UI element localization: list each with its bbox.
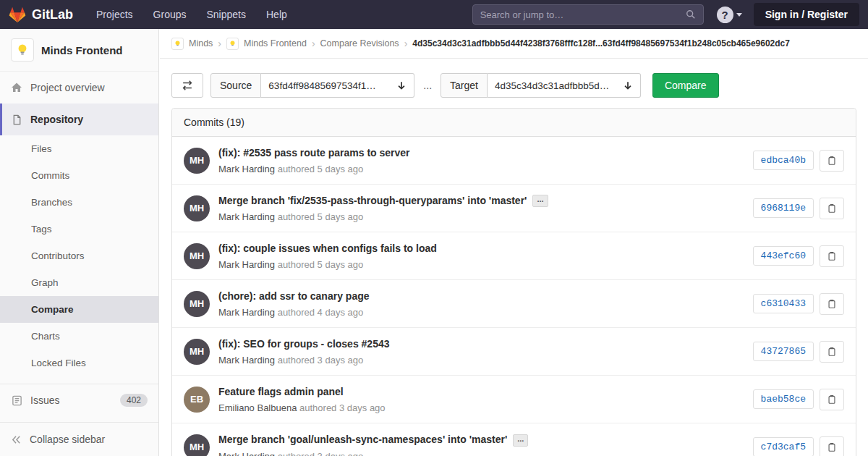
arrow-down-icon	[623, 80, 633, 90]
commit-title-link[interactable]: (chore): add ssr to canary page	[218, 290, 370, 302]
breadcrumb-separator: ›	[218, 38, 221, 49]
copy-sha-button[interactable]	[820, 150, 844, 172]
swap-revisions-button[interactable]	[171, 73, 203, 98]
commit-title-link[interactable]: (fix): couple issues when configs fails …	[218, 242, 437, 254]
commit-actions: 6968119e	[753, 198, 844, 219]
author-avatar[interactable]: EB	[184, 387, 210, 413]
sidebar-item-repository[interactable]: Repository	[0, 104, 158, 135]
commit-author-link[interactable]: Emiliano Balbuena	[218, 402, 297, 413]
source-label: Source	[210, 73, 261, 98]
author-avatar[interactable]: MH	[184, 291, 210, 317]
breadcrumb-link-compare-revisions[interactable]: Compare Revisions	[320, 38, 399, 48]
breadcrumb: Minds › Minds Frontend › Compare Revisio…	[160, 29, 868, 59]
clipboard-icon	[827, 203, 837, 214]
compare-button[interactable]: Compare	[652, 73, 719, 98]
author-avatar[interactable]: MH	[184, 243, 210, 269]
project-crumb-avatar	[226, 38, 239, 50]
commit-sha-link[interactable]: c7d3caf5	[753, 437, 814, 456]
commit-title-link[interactable]: (fix): #2535 pass route params to server	[218, 147, 410, 159]
commit-author-link[interactable]: Mark Harding	[218, 451, 275, 456]
sidebar-item-compare[interactable]: Compare	[0, 296, 158, 323]
nav-item-snippets[interactable]: Snippets	[197, 0, 256, 29]
sidebar-item-locked-files[interactable]: Locked Files	[0, 350, 158, 376]
commit-title-link[interactable]: Merge branch 'fix/2535-pass-through-quer…	[218, 195, 527, 206]
chevron-down-icon	[736, 13, 742, 17]
top-navbar: GitLab Projects Groups Snippets Help ? S…	[0, 0, 868, 29]
commit-sha-link[interactable]: 6968119e	[753, 198, 814, 218]
search-input[interactable]	[480, 9, 686, 20]
sign-in-button[interactable]: Sign in / Register	[754, 3, 859, 26]
breadcrumb-separator: ›	[312, 38, 315, 49]
commit-author-link[interactable]: Mark Harding	[218, 164, 275, 174]
commit-title-link[interactable]: Merge branch 'goal/unleash-sync-namespac…	[218, 434, 507, 445]
expand-commit-message-button[interactable]: ...	[513, 434, 528, 447]
source-revision-dropdown[interactable]: 63fd4ff98485697534f1…	[261, 73, 414, 98]
sidebar-item-label: Project overview	[30, 82, 105, 93]
copy-sha-button[interactable]	[820, 341, 844, 363]
commit-info: (fix): couple issues when configs fails …	[218, 242, 744, 270]
sidebar-item-graph[interactable]: Graph	[0, 269, 158, 296]
copy-sha-button[interactable]	[820, 198, 844, 219]
commit-sha-link[interactable]: 43727865	[753, 342, 814, 361]
clipboard-icon	[827, 156, 837, 166]
copy-sha-button[interactable]	[820, 436, 844, 456]
clipboard-icon	[827, 394, 837, 405]
commit-row: MH (fix): #2535 pass route params to ser…	[172, 137, 856, 184]
sidebar-item-charts[interactable]: Charts	[0, 323, 158, 350]
clipboard-icon	[827, 251, 837, 261]
copy-sha-button[interactable]	[820, 293, 844, 315]
expand-commit-message-button[interactable]: ...	[532, 195, 548, 207]
author-avatar[interactable]: MH	[184, 195, 210, 221]
commit-author-link[interactable]: Mark Harding	[218, 211, 275, 222]
nav-item-groups[interactable]: Groups	[143, 0, 197, 29]
commit-author-link[interactable]: Mark Harding	[218, 259, 275, 270]
commit-author-link[interactable]: Mark Harding	[218, 307, 275, 318]
commit-authored-time: authored 5 days ago	[278, 211, 364, 222]
author-avatar[interactable]: MH	[184, 339, 210, 365]
help-dropdown[interactable]: ?	[717, 7, 742, 23]
breadcrumb-link-project[interactable]: Minds Frontend	[244, 38, 307, 48]
gitlab-logo[interactable]: GitLab	[9, 6, 73, 23]
swap-arrows-icon	[181, 79, 194, 92]
commit-author-link[interactable]: Mark Harding	[218, 355, 275, 366]
commit-sha-link[interactable]: baeb58ce	[753, 389, 814, 409]
sidebar-item-issues[interactable]: Issues 402	[0, 384, 158, 416]
commit-sha-link[interactable]: 443efc60	[753, 246, 814, 266]
commit-authored-time: authored 4 days ago	[278, 307, 364, 318]
commit-meta: Mark Harding authored 5 days ago	[218, 164, 744, 174]
copy-sha-button[interactable]	[820, 245, 844, 267]
nav-item-help[interactable]: Help	[256, 0, 297, 29]
commit-sha-link[interactable]: edbca40b	[753, 151, 814, 170]
arrow-down-icon	[396, 80, 407, 90]
sidebar-project-link[interactable]: Minds Frontend	[0, 29, 158, 72]
sidebar-item-contributors[interactable]: Contributors	[0, 242, 158, 269]
gitlab-tanuki-icon	[9, 6, 26, 23]
sidebar-item-branches[interactable]: Branches	[0, 189, 158, 216]
breadcrumb-current-range: 4d35c34d3c31adfbbb5d44f4238f3768fffc128f…	[412, 38, 790, 48]
author-avatar[interactable]: MH	[184, 434, 210, 456]
commit-row: MH Merge branch 'fix/2535-pass-through-q…	[172, 184, 856, 232]
copy-sha-button[interactable]	[820, 389, 844, 410]
project-avatar	[11, 38, 34, 62]
breadcrumb-link-minds[interactable]: Minds	[189, 38, 213, 48]
sidebar-item-tags[interactable]: Tags	[0, 216, 158, 242]
author-avatar[interactable]: MH	[184, 148, 210, 174]
commit-title-link[interactable]: (fix): SEO for groups - closes #2543	[218, 338, 390, 350]
commit-authored-time: authored 5 days ago	[278, 259, 364, 270]
nav-item-projects[interactable]: Projects	[86, 0, 143, 29]
commit-actions: c6310433	[753, 293, 844, 315]
commit-actions: baeb58ce	[753, 389, 844, 410]
target-revision-dropdown[interactable]: 4d35c34d3c31adfbbb5d…	[488, 73, 641, 98]
commit-meta: Mark Harding authored 5 days ago	[218, 211, 744, 222]
commit-title-link[interactable]: Feature flags admin panel	[218, 386, 344, 397]
sidebar-item-commits[interactable]: Commits	[0, 162, 158, 189]
sidebar-item-project-overview[interactable]: Project overview	[0, 72, 158, 104]
collapse-sidebar-button[interactable]: Collapse sidebar	[0, 422, 158, 456]
breadcrumb-separator: ›	[404, 38, 408, 49]
commit-sha-link[interactable]: c6310433	[753, 294, 814, 313]
sidebar-item-files[interactable]: Files	[0, 135, 158, 162]
target-field-group: Target 4d35c34d3c31adfbbb5d…	[441, 73, 641, 98]
search-box[interactable]	[472, 4, 704, 25]
project-sidebar: Minds Frontend Project overview Reposito…	[0, 29, 159, 456]
commit-meta: Mark Harding authored 4 days ago	[218, 307, 744, 318]
